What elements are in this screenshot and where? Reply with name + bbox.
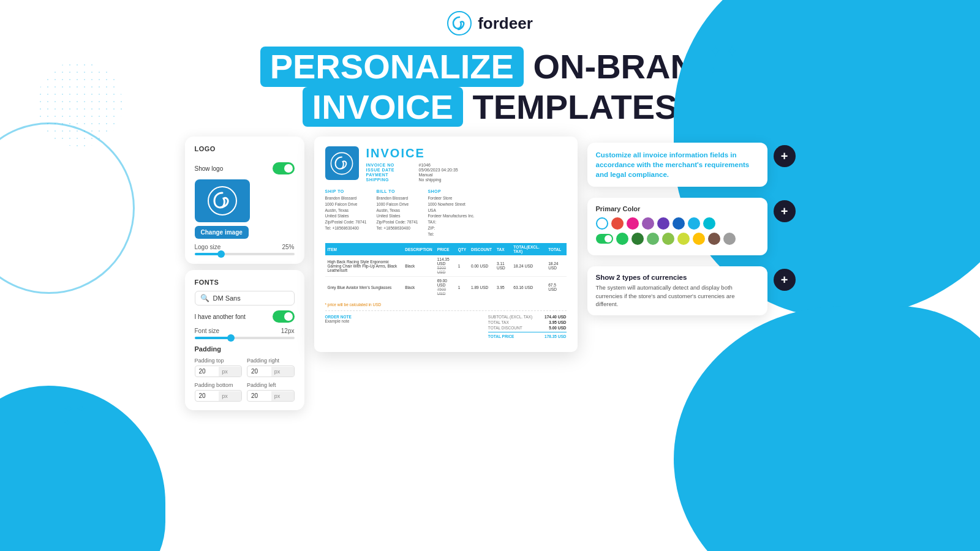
invoice-table-body: High Back Racing Style Ergonomic Gaming … (325, 255, 567, 298)
item-name-1: High Back Racing Style Ergonomic Gaming … (325, 255, 403, 277)
left-panel: Logo Show logo Change image (185, 137, 304, 410)
logo-preview (195, 179, 250, 222)
color-dot-green[interactable] (616, 233, 628, 245)
color-dot-pink[interactable] (627, 217, 639, 230)
svg-point-2 (331, 152, 352, 174)
color-picker-header: Primary Color (596, 205, 759, 212)
item-total-excl-2: 63.16 USD (511, 277, 546, 298)
another-font-label: I have another font (195, 313, 246, 320)
callout-customize: Customize all invoice information fields… (587, 143, 796, 187)
callout-currency-bubble: Show 2 types of currencies The system wi… (587, 266, 767, 315)
subtotal-label: SUBTOTAL (EXCL. TAX) (488, 315, 532, 319)
invoice-header: INVOICE INVOICE NO #1046 ISSUE DATE 05/0… (325, 146, 567, 182)
color-dot-deep-purple[interactable] (657, 217, 669, 230)
font-size-slider[interactable] (195, 337, 295, 339)
show-logo-toggle[interactable] (273, 162, 295, 174)
item-desc-1: Black (402, 255, 434, 277)
color-dot-purple[interactable] (642, 217, 654, 230)
callout-color-plus[interactable]: + (774, 200, 796, 222)
padding-top-value[interactable]: 20 (195, 366, 219, 377)
payment-label: PAYMENT (366, 173, 415, 177)
svg-point-0 (448, 12, 471, 35)
shop-address: Fordeer Store1000 Nowhere StreetUSAForde… (428, 195, 474, 237)
callout-currency-plus[interactable]: + (774, 269, 796, 291)
padding-top-item: Padding top 20 px (195, 358, 243, 377)
show-logo-label: Show logo (195, 165, 224, 172)
item-desc-2: Black (402, 277, 434, 298)
color-dot-lime[interactable] (662, 233, 674, 245)
color-dot-dark-green[interactable] (631, 233, 644, 245)
brand-name: fordeer (478, 14, 533, 33)
total-price-value: 178.35 USD (545, 334, 566, 339)
padding-top-label: Padding top (195, 358, 243, 364)
color-dot-brown[interactable] (708, 233, 720, 245)
font-search-box[interactable]: 🔍 DM Sans (195, 291, 295, 305)
stars-decoration: ✦ ✦✦ (709, 43, 738, 77)
currency-desc: The system will automatically detect and… (596, 283, 759, 308)
callout-color: Primary Color (587, 198, 796, 255)
order-note-block: ORDER NOTE Example note (325, 315, 352, 323)
padding-right-value[interactable]: 20 (247, 366, 271, 377)
logo-size-slider[interactable] (195, 253, 295, 255)
padding-left-item: Padding left 20 px (247, 382, 295, 402)
bill-to-label: BILL TO (376, 189, 418, 193)
ship-to-col: SHIP TO Brandon Blossard1000 Falcon Driv… (325, 189, 367, 237)
total-tax-value: 3.95 USD (549, 320, 566, 324)
total-discount-value: 5.00 USD (549, 326, 566, 330)
padding-bottom-unit: px (219, 391, 241, 401)
item-total-excl-1: 18.24 USD (511, 255, 546, 277)
ship-to-label: SHIP TO (325, 189, 367, 193)
item-name-2: Grey Blue Aviator Men's Sunglasses (325, 277, 403, 298)
color-dot-yellow-green[interactable] (677, 233, 690, 245)
logo-card: Logo Show logo Change image (185, 137, 304, 264)
invoice-note: * price will be calculated in USD (325, 302, 567, 307)
ship-to-address: Brandon Blossard1000 Falcon DriveAustin,… (325, 195, 367, 231)
color-dot-cyan[interactable] (703, 217, 715, 230)
padding-bottom-value[interactable]: 20 (195, 391, 219, 401)
callout-customize-bubble: Customize all invoice information fields… (587, 143, 767, 187)
item-price-2: 69.00 USD 7500 USD (435, 277, 456, 298)
invoice-title: INVOICE (366, 146, 458, 160)
item-total-1: 18.24 USD (546, 255, 566, 277)
callout-currency: Show 2 types of currencies The system wi… (587, 266, 796, 315)
color-dot-white[interactable] (596, 217, 608, 230)
invoice-title-block: INVOICE INVOICE NO #1046 ISSUE DATE 05/0… (366, 146, 458, 182)
item-total-2: 67.5 USD (546, 277, 566, 298)
shipping-value: No shipping (419, 178, 458, 182)
order-note-text: Example note (325, 319, 352, 323)
item-price-1: 114.35 USD 5300 USD (435, 255, 456, 277)
total-price-label: TOTAL PRICE (488, 334, 514, 339)
item-discount-2: 1.89 USD (469, 277, 494, 298)
shop-label: SHOP (428, 189, 474, 193)
color-dot-light-green[interactable] (647, 233, 659, 245)
invoice-table-head: ITEM DESCRIPTION PRICE QTY DISCOUNT TAX … (325, 243, 567, 255)
total-discount-row: TOTAL DISCOUNT 5.00 USD (488, 326, 567, 330)
invoice-meta-table: INVOICE NO #1046 ISSUE DATE 05/06/2023 0… (366, 163, 458, 182)
padding-left-value[interactable]: 20 (247, 391, 271, 401)
table-header-row: ITEM DESCRIPTION PRICE QTY DISCOUNT TAX … (325, 243, 567, 255)
search-icon: 🔍 (200, 294, 209, 302)
padding-grid: Padding top 20 px Padding right 20 px (195, 358, 295, 402)
callout-customize-plus[interactable]: + (774, 145, 796, 167)
issue-date-value: 05/06/2023 04:20:35 (419, 168, 458, 172)
color-dot-gray[interactable] (723, 233, 736, 245)
color-dot-blue[interactable] (688, 217, 700, 230)
total-discount-label: TOTAL DISCOUNT (488, 326, 522, 330)
color-dot-navy[interactable] (673, 217, 685, 230)
padding-right-item: Padding right 20 px (247, 358, 295, 377)
right-callouts: Customize all invoice information fields… (587, 137, 796, 315)
col-description: DESCRIPTION (402, 243, 434, 255)
color-dot-amber[interactable] (693, 233, 705, 245)
issue-date-label: ISSUE DATE (366, 168, 415, 172)
bill-to-col: BILL TO Brandon Blossard1000 Falcon Driv… (376, 189, 418, 237)
svg-point-1 (208, 187, 236, 215)
padding-bottom-item: Padding bottom 20 px (195, 382, 243, 402)
another-font-toggle[interactable] (273, 310, 295, 323)
col-total-excl: TOTAL(EXCL. TAX) (511, 243, 546, 255)
color-toggle[interactable] (596, 234, 613, 244)
padding-bottom-label: Padding bottom (195, 382, 243, 388)
padding-top-unit: px (219, 367, 241, 377)
change-image-button[interactable]: Change image (195, 226, 249, 239)
total-price-row: TOTAL PRICE 178.35 USD (488, 332, 567, 339)
color-dot-red[interactable] (611, 217, 624, 230)
